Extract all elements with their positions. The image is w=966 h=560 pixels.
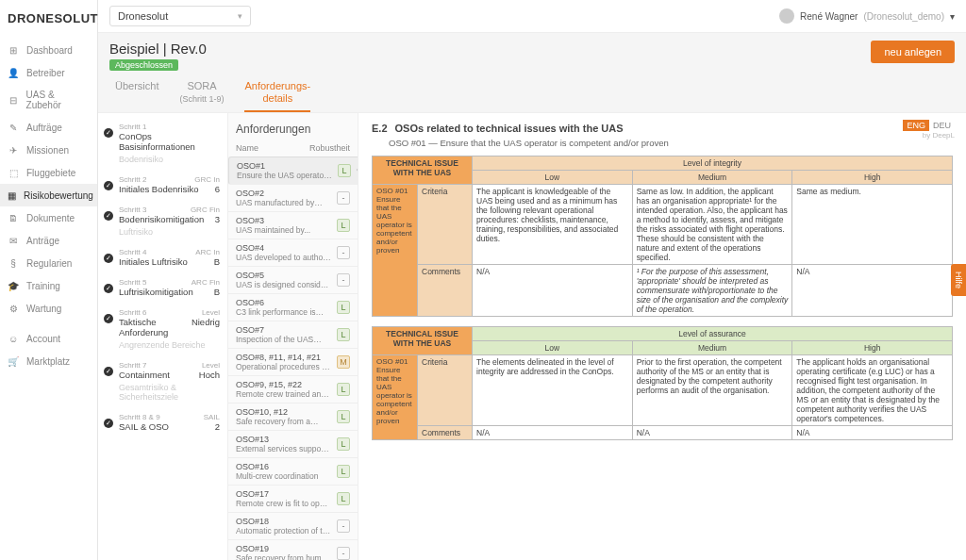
requirement-row[interactable]: OSO#6C3 link performance is…L xyxy=(228,294,358,321)
nav-icon: ✉ xyxy=(8,235,19,246)
sidebar-item-dashboard[interactable]: ⊞Dashboard xyxy=(0,39,97,61)
help-tab[interactable]: Hilfe xyxy=(951,264,966,296)
requirement-row[interactable]: OSO#17Remote crew is fit to operateL xyxy=(228,486,358,513)
sidebar-item-fluggebiete[interactable]: ⬚Fluggebiete xyxy=(0,161,97,184)
nav-icon: ☺ xyxy=(8,333,19,344)
step-item[interactable]: ✓Schritt 7LevelContainmentHochGesamtrisi… xyxy=(104,357,222,409)
step-item[interactable]: ✓Schritt 6LevelTaktische AnforderungNied… xyxy=(104,305,222,357)
robustness-badge: L xyxy=(337,383,350,396)
requirement-row[interactable]: OSO#7Inspection of the UAS…L xyxy=(228,321,358,349)
step-item[interactable]: ✓Schritt 1ConOps BasisinformationenBoden… xyxy=(104,119,222,172)
check-icon: ✓ xyxy=(104,128,113,138)
check-icon: ✓ xyxy=(104,254,113,263)
robustness-badge: - xyxy=(337,519,350,533)
tab-sora[interactable]: SORA(Schritt 1-9) xyxy=(179,80,224,112)
nav-icon: ✈ xyxy=(8,144,19,156)
robustness-badge: L xyxy=(337,301,350,314)
tabs: Übersicht SORA(Schritt 1-9) Anforderungs… xyxy=(98,71,966,113)
detail-column: ENGDEU by DeepL E.2OSOs related to techn… xyxy=(358,113,966,560)
section-subtitle: OSO #01 — Ensure that the UAS operator i… xyxy=(389,138,953,148)
avatar-icon xyxy=(779,8,794,24)
status-badge: Abgeschlossen xyxy=(109,59,178,71)
check-icon: ✓ xyxy=(104,181,113,190)
robustness-badge: L xyxy=(337,410,350,423)
requirement-row[interactable]: OSO#13External services supporting…L xyxy=(228,431,358,458)
new-button[interactable]: neu anlegen xyxy=(871,41,955,63)
check-icon: ✓ xyxy=(104,211,113,221)
org-selector[interactable]: Dronesolut xyxy=(109,6,251,26)
user-menu[interactable]: René Wagner (Dronesolut_demo) ▾ xyxy=(779,8,955,24)
robustness-badge: - xyxy=(337,547,350,560)
requirement-row[interactable]: OSO#2UAS manufactured by…- xyxy=(228,185,358,212)
page-title: Beispiel | Rev.0 xyxy=(109,41,207,57)
nav-icon: 🗎 xyxy=(8,212,19,223)
requirement-row[interactable]: OSO#9, #15, #22Remote crew trained and…L xyxy=(228,376,358,404)
sidebar-item-dokumente[interactable]: 🗎Dokumente xyxy=(0,206,97,229)
tab-details[interactable]: Anforderungs-details xyxy=(244,80,310,112)
step-item[interactable]: ✓Schritt 8 & 9SAILSAIL & OSO2 xyxy=(104,409,222,439)
user-name: René Wagner xyxy=(800,11,858,22)
sidebar-item-anträge[interactable]: ✉Anträge xyxy=(0,229,97,252)
check-icon: ✓ xyxy=(104,284,113,293)
robustness-badge: - xyxy=(337,191,350,205)
sidebar-item-training[interactable]: 🎓Training xyxy=(0,274,97,297)
robustness-badge: - xyxy=(337,273,350,287)
sidebar-item-missionen[interactable]: ✈Missionen xyxy=(0,139,97,161)
requirement-row[interactable]: OSO#19Safe recovery from human…- xyxy=(228,540,358,560)
language-switch[interactable]: ENGDEU by DeepL xyxy=(903,121,955,140)
nav-icon: ✎ xyxy=(8,122,19,133)
step-item[interactable]: ✓Schritt 3GRC FinBodenrisikomitigation3L… xyxy=(104,202,222,244)
nav-icon: ▦ xyxy=(8,189,16,201)
requirement-row[interactable]: OSO#5UAS is designed considering…- xyxy=(228,267,358,294)
robustness-badge: L xyxy=(337,219,350,232)
sidebar-item-risikobewertung[interactable]: ▦Risikobewertung xyxy=(0,184,97,206)
requirement-row[interactable]: OSO#1Ensure the UAS operator is…L xyxy=(228,156,358,185)
check-icon: ✓ xyxy=(104,419,113,428)
lang-deu[interactable]: DEU xyxy=(929,120,955,131)
nav-icon: ⬚ xyxy=(8,167,19,178)
section-title: E.2OSOs related to technical issues with… xyxy=(372,123,953,134)
sidebar-item-account[interactable]: ☺Account xyxy=(0,327,97,350)
sidebar-item-aufträge[interactable]: ✎Aufträge xyxy=(0,116,97,139)
requirement-row[interactable]: OSO#3UAS maintained by...L xyxy=(228,212,358,239)
sidebar-item-betreiber[interactable]: 👤Betreiber xyxy=(0,61,97,84)
requirements-heading: Anforderungen xyxy=(228,113,358,141)
nav-icon: 👤 xyxy=(8,67,19,78)
nav-icon: ⊞ xyxy=(8,44,19,56)
check-icon: ✓ xyxy=(104,367,113,376)
robustness-badge: - xyxy=(337,246,350,259)
nav-icon: ⚙ xyxy=(8,303,19,314)
requirements-column: Anforderungen NameRobustheit OSO#1Ensure… xyxy=(228,113,358,560)
lang-eng[interactable]: ENG xyxy=(903,120,929,131)
user-org: (Dronesolut_demo) xyxy=(863,11,944,22)
robustness-badge: L xyxy=(337,328,350,341)
step-item[interactable]: ✓Schritt 4ARC InInitiales LuftrisikoB xyxy=(104,244,222,274)
step-item[interactable]: ✓Schritt 2GRC InInitiales Bodenrisiko6 xyxy=(104,172,222,202)
sidebar-item-uas & zubehör[interactable]: ⊟UAS & Zubehör xyxy=(0,84,97,116)
requirement-row[interactable]: OSO#18Automatic protection of the…- xyxy=(228,513,358,540)
requirement-row[interactable]: OSO#8, #11, #14, #21Operational procedur… xyxy=(228,349,358,376)
nav-icon: 🎓 xyxy=(8,280,19,291)
requirement-row[interactable]: OSO#4UAS developed to authority…- xyxy=(228,239,358,267)
assurance-table: TECHNICAL ISSUE WITH THE UASLevel of ass… xyxy=(372,326,953,440)
robustness-badge: L xyxy=(337,437,350,451)
robustness-badge: L xyxy=(338,164,351,177)
nav-icon: ⊟ xyxy=(8,94,19,106)
requirement-row[interactable]: OSO#10, #12Safe recovery from a…L xyxy=(228,404,358,431)
sidebar-item-regularien[interactable]: §Regularien xyxy=(0,252,97,274)
chevron-down-icon: ▾ xyxy=(950,11,955,22)
nav-icon: 🛒 xyxy=(8,355,19,367)
app-logo: DRONESOLUT_| xyxy=(0,4,97,39)
tab-overview[interactable]: Übersicht xyxy=(115,80,158,112)
check-icon: ✓ xyxy=(104,314,113,323)
nav-icon: § xyxy=(8,257,19,269)
robustness-badge: L xyxy=(337,465,350,478)
requirement-row[interactable]: OSO#16Multi-crew coordinationL xyxy=(228,458,358,486)
topbar: Dronesolut René Wagner (Dronesolut_demo)… xyxy=(98,0,966,33)
sidebar: DRONESOLUT_| ⊞Dashboard👤Betreiber⊟UAS & … xyxy=(0,0,98,560)
robustness-badge: M xyxy=(337,355,350,369)
integrity-table: TECHNICAL ISSUE WITH THE UASLevel of int… xyxy=(372,156,953,317)
sidebar-item-wartung[interactable]: ⚙Wartung xyxy=(0,297,97,320)
sidebar-item-marktplatz[interactable]: 🛒Marktplatz xyxy=(0,350,97,372)
step-item[interactable]: ✓Schritt 5ARC FinLuftrisikomitigationB xyxy=(104,274,222,305)
